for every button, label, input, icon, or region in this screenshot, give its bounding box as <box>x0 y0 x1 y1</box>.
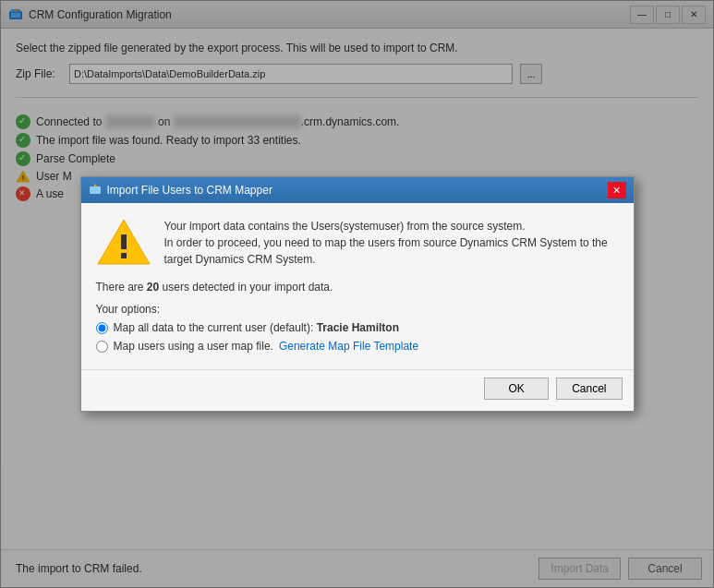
modal-close-button[interactable]: ✕ <box>608 182 626 198</box>
warning-triangle-svg <box>96 218 151 266</box>
modal-title-text: Import File Users to CRM Mapper <box>107 184 272 197</box>
svg-rect-6 <box>90 186 101 194</box>
modal-options-label: Your options: <box>96 303 619 316</box>
modal-message: Your import data contains the Users(syst… <box>164 218 619 268</box>
option1-text: Map all data to the current user (defaul… <box>114 321 400 334</box>
modal-title-bar: Import File Users to CRM Mapper ✕ <box>81 177 634 203</box>
modal-overlay: Import File Users to CRM Mapper ✕ Your i… <box>0 0 714 588</box>
modal-message-line1: Your import data contains the Users(syst… <box>164 218 619 234</box>
radio-current-user[interactable] <box>96 322 108 334</box>
modal-top-section: Your import data contains the Users(syst… <box>96 218 619 268</box>
radio-map-file[interactable] <box>96 341 108 353</box>
modal-title-left: Import File Users to CRM Mapper <box>89 184 272 197</box>
current-user-name: Tracie Hamilton <box>317 321 399 334</box>
svg-rect-9 <box>121 234 127 249</box>
modal-message-line2: In order to proceed, you need to map the… <box>164 234 619 268</box>
radio-option-2: Map users using a user map file. Generat… <box>96 340 619 353</box>
generate-map-template-button[interactable]: Generate Map File Template <box>279 340 418 353</box>
svg-marker-7 <box>93 184 97 186</box>
radio-option-1: Map all data to the current user (defaul… <box>96 321 619 334</box>
svg-rect-10 <box>121 253 127 258</box>
user-count: 20 <box>147 281 159 294</box>
modal-body: Your import data contains the Users(syst… <box>81 203 634 369</box>
option2-text: Map users using a user map file. <box>114 340 273 353</box>
modal-warning-icon <box>96 218 151 266</box>
modal-dialog: Import File Users to CRM Mapper ✕ Your i… <box>80 176 635 412</box>
modal-footer: OK Cancel <box>81 369 634 411</box>
modal-cancel-button[interactable]: Cancel <box>556 378 622 400</box>
modal-ok-button[interactable]: OK <box>484 378 549 400</box>
modal-app-icon <box>89 184 102 197</box>
modal-user-info: There are 20 users detected in your impo… <box>96 281 619 294</box>
